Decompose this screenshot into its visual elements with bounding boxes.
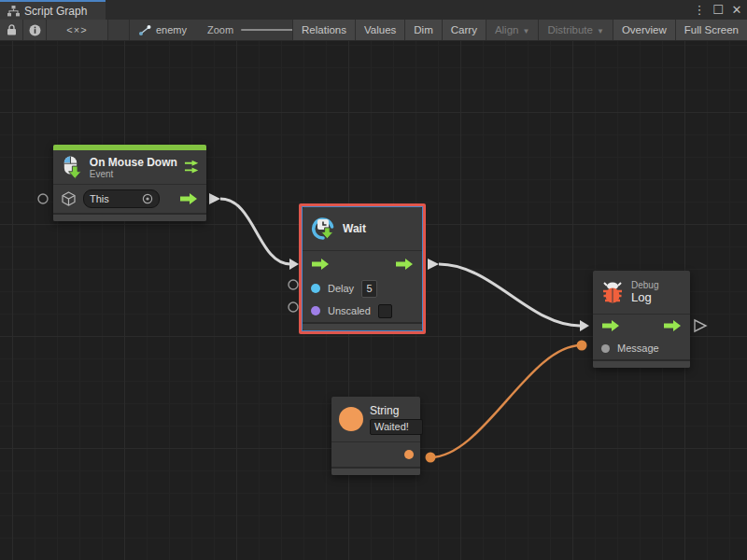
- message-label: Message: [617, 343, 659, 354]
- relations-button[interactable]: Relations: [292, 20, 355, 40]
- button-label: Dim: [414, 24, 432, 35]
- info-button[interactable]: [23, 20, 47, 40]
- flow-input-arrow-icon[interactable]: [601, 319, 620, 332]
- kebab-menu-icon[interactable]: ⋮: [693, 0, 706, 20]
- flow-output-arrow-icon[interactable]: [395, 258, 414, 271]
- values-button[interactable]: Values: [355, 20, 404, 40]
- unscaled-label: Unscaled: [328, 305, 371, 316]
- graph-asset-icon: [139, 25, 151, 35]
- align-dropdown[interactable]: Align ▼: [486, 20, 539, 40]
- message-port-dot[interactable]: [601, 344, 610, 353]
- overview-button[interactable]: Overview: [613, 20, 675, 40]
- string-value-input[interactable]: Waited!: [370, 419, 423, 435]
- button-label: Full Screen: [684, 24, 739, 35]
- full-screen-button[interactable]: Full Screen: [675, 20, 747, 40]
- tab-label: Script Graph: [24, 5, 87, 18]
- button-label: Values: [364, 24, 396, 35]
- chevron-down-icon: ▼: [597, 27, 604, 35]
- node-debug-log[interactable]: Debug Log Message: [593, 271, 690, 368]
- button-label: Carry: [451, 24, 477, 35]
- target-object-field[interactable]: This: [83, 189, 160, 208]
- button-label: Align: [495, 24, 519, 35]
- edit-source-button[interactable]: <×>: [47, 20, 108, 40]
- node-wait[interactable]: Wait Delay 5 Unscaled: [303, 207, 422, 330]
- string-output-port-dot[interactable]: [404, 450, 414, 459]
- node-group-label: Debug: [631, 280, 658, 290]
- script-graph-window: Script Graph ⋮ ☐ ✕: [0, 0, 747, 560]
- mouse-down-icon: [61, 155, 83, 179]
- string-value: Waited!: [374, 421, 409, 432]
- tab-bar: Script Graph ⋮ ☐ ✕: [0, 0, 747, 20]
- node-footer: [593, 359, 690, 368]
- node-footer: [331, 467, 420, 475]
- distribute-dropdown[interactable]: Distribute ▼: [538, 20, 613, 40]
- close-icon[interactable]: ✕: [730, 0, 743, 20]
- node-title: String: [370, 404, 423, 417]
- unscaled-checkbox[interactable]: [378, 304, 392, 318]
- lock-icon: [7, 24, 17, 35]
- selection-outline: Wait Delay 5 Unscaled: [299, 203, 426, 334]
- carry-button[interactable]: Carry: [442, 20, 486, 40]
- gameobject-cube-icon: [62, 191, 76, 206]
- node-title: Log: [631, 290, 658, 304]
- flow-input-arrow-icon[interactable]: [311, 258, 330, 271]
- node-string-literal[interactable]: String Waited!: [331, 397, 420, 475]
- node-on-mouse-down[interactable]: On Mouse Down Event This: [53, 145, 206, 221]
- graph-name: enemy: [156, 24, 187, 35]
- node-title: Wait: [343, 222, 366, 235]
- button-label: Overview: [622, 24, 667, 35]
- zoom-label: Zoom: [207, 24, 233, 35]
- delay-value: 5: [367, 283, 373, 294]
- string-type-icon: [339, 407, 363, 431]
- maximize-icon[interactable]: ☐: [712, 0, 725, 20]
- graph-breadcrumb[interactable]: enemy: [129, 20, 196, 40]
- delay-label: Delay: [328, 283, 354, 294]
- node-title: On Mouse Down: [90, 156, 177, 169]
- code-icon: <×>: [66, 24, 87, 35]
- node-subtitle: Event: [90, 169, 177, 179]
- flow-arrow-icon: [179, 192, 198, 205]
- node-footer: [53, 213, 206, 221]
- unscaled-port-dot[interactable]: [311, 306, 320, 315]
- graph-hierarchy-icon: [7, 6, 20, 17]
- info-icon: [29, 24, 41, 36]
- node-footer: [303, 322, 422, 330]
- button-label: Relations: [302, 24, 346, 35]
- dim-button[interactable]: Dim: [404, 20, 441, 40]
- debug-bug-icon: [600, 280, 625, 304]
- target-object-value: This: [90, 193, 109, 204]
- graph-toolbar: <×> enemy Zoom 1x Relations Values: [0, 20, 747, 41]
- tab-script-graph[interactable]: Script Graph: [0, 0, 106, 20]
- flow-output-arrow-icon[interactable]: [663, 319, 682, 332]
- wait-timer-icon: [310, 216, 336, 242]
- chevron-down-icon: ▼: [522, 27, 529, 35]
- event-trigger-icon: [184, 160, 199, 175]
- object-picker-icon[interactable]: [142, 193, 153, 204]
- delay-value-input[interactable]: 5: [361, 280, 377, 298]
- lock-button[interactable]: [0, 20, 23, 40]
- button-label: Distribute: [547, 24, 593, 35]
- delay-port-dot[interactable]: [311, 284, 320, 293]
